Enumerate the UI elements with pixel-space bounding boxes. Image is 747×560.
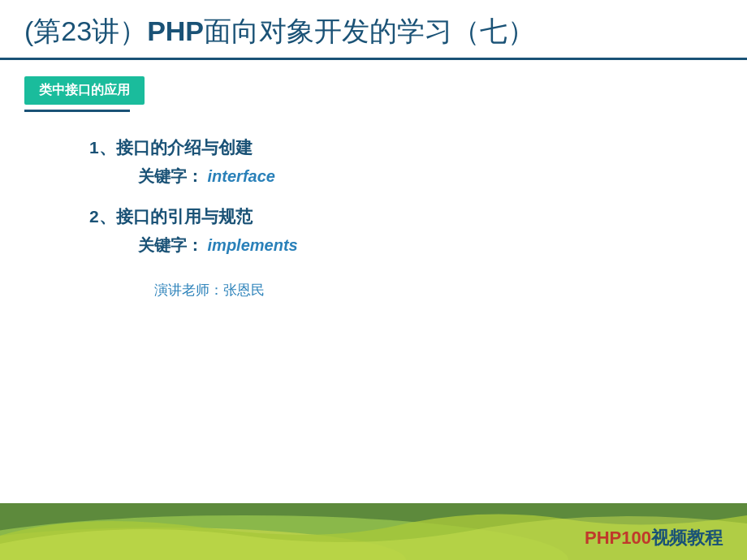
section-badge-wrapper: 类中接口的应用 [24,76,723,136]
brand-part1: PHP100 [585,528,651,548]
title-php: PHP [147,15,204,46]
item-2-text: 、接口的引用与规范 [99,207,253,226]
main-content: 1、接口的介绍与创建 关键字： interface 2、接口的引用与规范 关键字… [24,136,723,299]
list-item: 2、接口的引用与规范 关键字： implements [89,205,723,256]
slide-content: 类中接口的应用 1、接口的介绍与创建 关键字： interface 2、接口的引… [0,60,747,560]
item-2-keyword-label: 关键字： [138,236,203,254]
brand-logo: PHP100视频教程 [585,526,723,550]
item-1-title: 1、接口的介绍与创建 [89,136,723,159]
item-1-keyword-value: interface [208,167,275,185]
section-badge: 类中接口的应用 [24,76,145,105]
brand-part2: 视频教程 [651,528,723,548]
speaker-label: 演讲老师： [154,282,223,298]
slide-title: (第23讲）PHP面向对象开发的学习（七） [24,15,723,48]
list-item: 1、接口的介绍与创建 关键字： interface [89,136,723,187]
bottom-decoration: PHP100视频教程 [0,503,747,560]
badge-underline [24,110,130,112]
item-1-keyword-row: 关键字： interface [89,166,723,187]
title-prefix: (第23讲） [24,15,147,46]
item-2-number: 2 [89,207,99,226]
speaker-name: 张恩民 [223,282,265,298]
item-1-text: 、接口的介绍与创建 [99,138,253,157]
slide-container: (第23讲）PHP面向对象开发的学习（七） 类中接口的应用 1、接口的介绍与创建… [0,0,747,560]
item-1-keyword-label: 关键字： [138,167,203,185]
item-2-keyword-row: 关键字： implements [89,235,723,256]
slide-header: (第23讲）PHP面向对象开发的学习（七） [0,0,747,60]
item-2-title: 2、接口的引用与规范 [89,205,723,228]
item-1-number: 1 [89,138,99,157]
item-2-keyword-value: implements [208,236,298,254]
title-suffix: 面向对象开发的学习（七） [204,15,535,46]
speaker-info: 演讲老师：张恩民 [89,281,723,299]
